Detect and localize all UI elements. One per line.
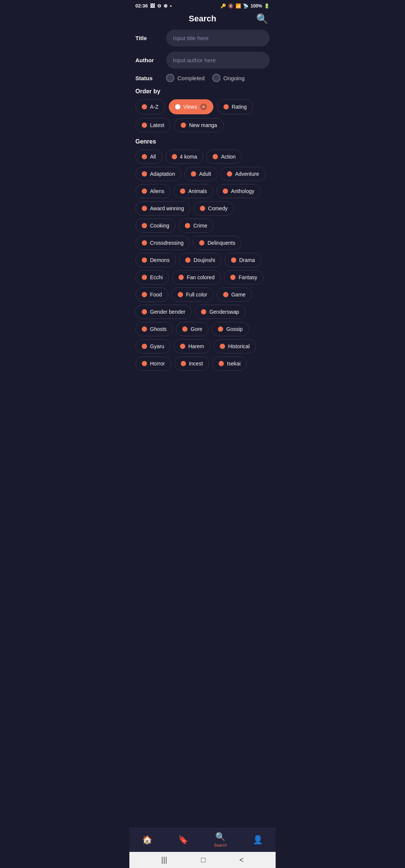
genre-chip-game[interactable]: Game bbox=[217, 287, 252, 302]
genre-chip-dot bbox=[220, 344, 225, 349]
author-input[interactable] bbox=[166, 52, 270, 69]
chip-dot bbox=[142, 104, 147, 109]
genre-chip-fantasy[interactable]: Fantasy bbox=[224, 270, 264, 284]
genre-chip-dot bbox=[231, 257, 236, 263]
chip-dot-latest bbox=[142, 123, 147, 128]
chip-rating[interactable]: Rating bbox=[217, 99, 253, 114]
genre-chip-animals[interactable]: Animals bbox=[174, 184, 213, 198]
genre-chip-dot bbox=[142, 240, 147, 245]
genre-chip-4-koma[interactable]: 4 koma bbox=[165, 150, 204, 164]
genre-chip-genderswap[interactable]: Genderswap bbox=[195, 305, 245, 319]
genre-chip-dot bbox=[223, 292, 228, 297]
chip-views-close[interactable]: ✕ bbox=[200, 103, 207, 110]
genre-chip-demons[interactable]: Demons bbox=[135, 253, 176, 267]
android-recent-btn[interactable]: ||| bbox=[161, 856, 167, 864]
genre-chip-ecchi[interactable]: Ecchi bbox=[135, 270, 169, 284]
genre-chip-horror[interactable]: Horror bbox=[135, 356, 171, 371]
chip-latest[interactable]: Latest bbox=[135, 118, 171, 132]
genre-chip-isekai[interactable]: Isekai bbox=[212, 356, 247, 371]
genre-chip-gender-bender[interactable]: Gender bender bbox=[135, 305, 192, 319]
genre-chip-dot bbox=[142, 206, 147, 211]
status-icons: 🔑 🔇 📶 📡 100% 🔋 bbox=[220, 3, 270, 9]
genre-chip-food[interactable]: Food bbox=[135, 287, 168, 302]
chip-a-z[interactable]: A-Z bbox=[135, 99, 165, 114]
order-by-chips: A-Z Views ✕ Rating Latest New manga bbox=[135, 99, 270, 132]
nav-profile[interactable]: 👤 bbox=[253, 835, 263, 845]
genre-chip-dot bbox=[200, 206, 205, 211]
genre-chip-delinquents[interactable]: Delinquents bbox=[193, 236, 242, 250]
genre-chip-dot bbox=[180, 344, 185, 349]
genre-chip-action[interactable]: Action bbox=[206, 150, 242, 164]
genre-chip-dot bbox=[142, 257, 147, 263]
genre-chip-dot bbox=[213, 154, 218, 159]
genre-chip-dot bbox=[142, 154, 147, 159]
nav-search-label: Search bbox=[214, 843, 227, 847]
genre-chip-all[interactable]: All bbox=[135, 150, 162, 164]
nav-home[interactable]: 🏠 bbox=[142, 835, 152, 845]
genres-section: Genres All 4 koma Action Adaptation Adul… bbox=[135, 138, 270, 371]
status-options: Completed Ongoing bbox=[166, 74, 244, 82]
genre-chip-dot bbox=[181, 361, 186, 366]
genre-chip-dot bbox=[185, 223, 190, 228]
status-bar: 02:36 🖼 ⊖ ⊕ • 🔑 🔇 📶 📡 100% 🔋 bbox=[129, 0, 276, 10]
profile-icon: 👤 bbox=[253, 835, 263, 845]
genre-chip-gossip[interactable]: Gossip bbox=[212, 322, 249, 336]
genre-chip-dot bbox=[142, 223, 147, 228]
genre-chip-dot bbox=[178, 292, 183, 297]
author-row: Author bbox=[135, 52, 270, 69]
chip-views[interactable]: Views ✕ bbox=[169, 99, 213, 114]
genre-chip-cooking[interactable]: Cooking bbox=[135, 218, 176, 233]
genre-chip-aliens[interactable]: Aliens bbox=[135, 184, 171, 198]
status-ongoing[interactable]: Ongoing bbox=[212, 74, 245, 82]
genre-chip-dot bbox=[142, 275, 147, 280]
genre-chip-dot bbox=[218, 326, 223, 332]
genre-chip-gyaru[interactable]: Gyaru bbox=[135, 339, 171, 353]
genre-chip-dot bbox=[185, 257, 190, 263]
title-input[interactable] bbox=[166, 30, 270, 46]
genre-chip-dot bbox=[223, 189, 228, 194]
genre-chip-dot bbox=[172, 154, 177, 159]
android-home-btn[interactable]: □ bbox=[201, 856, 206, 864]
genre-chip-anthology[interactable]: Anthology bbox=[216, 184, 261, 198]
genre-chip-ghosts[interactable]: Ghosts bbox=[135, 322, 173, 336]
genre-chip-dot bbox=[201, 309, 206, 314]
genre-chip-award-winning[interactable]: Award winning bbox=[135, 201, 190, 216]
status-completed[interactable]: Completed bbox=[166, 74, 205, 82]
android-back-btn[interactable]: < bbox=[239, 856, 244, 864]
genre-chip-full-color[interactable]: Full color bbox=[171, 287, 214, 302]
genre-chip-adaptation[interactable]: Adaptation bbox=[135, 167, 182, 181]
status-ongoing-label: Ongoing bbox=[224, 75, 245, 81]
order-by-section: Order by A-Z Views ✕ Rating Latest New bbox=[135, 88, 270, 132]
chip-dot-new-manga bbox=[181, 123, 186, 128]
genre-chip-dot bbox=[180, 189, 185, 194]
chip-dot-rating bbox=[224, 104, 229, 109]
status-completed-label: Completed bbox=[177, 75, 205, 81]
genre-chip-adult[interactable]: Adult bbox=[184, 167, 218, 181]
page-title: Search bbox=[189, 14, 216, 24]
genre-chip-comedy[interactable]: Comedy bbox=[194, 201, 234, 216]
radio-completed bbox=[166, 74, 174, 82]
status-row: Status Completed Ongoing bbox=[135, 74, 270, 82]
genre-chip-adventure[interactable]: Adventure bbox=[220, 167, 266, 181]
chip-dot-views bbox=[175, 104, 180, 109]
genre-chip-doujinshi[interactable]: Doujinshi bbox=[179, 253, 222, 267]
status-label: Status bbox=[135, 75, 162, 81]
genre-chip-dot bbox=[142, 171, 147, 177]
genre-chip-incest[interactable]: Incest bbox=[174, 356, 209, 371]
genre-chip-historical[interactable]: Historical bbox=[213, 339, 256, 353]
genre-chip-harem[interactable]: Harem bbox=[174, 339, 210, 353]
genre-chip-crossdressing[interactable]: Crossdressing bbox=[135, 236, 190, 250]
genre-chip-gore[interactable]: Gore bbox=[176, 322, 208, 336]
genre-chip-fan-colored[interactable]: Fan colored bbox=[172, 270, 221, 284]
genre-chip-dot bbox=[230, 275, 236, 280]
home-icon: 🏠 bbox=[142, 835, 152, 845]
chip-new-manga[interactable]: New manga bbox=[174, 118, 224, 132]
genre-chip-dot bbox=[142, 309, 147, 314]
genre-chip-drama[interactable]: Drama bbox=[225, 253, 261, 267]
nav-bookmarks[interactable]: 🔖 bbox=[178, 835, 188, 845]
nav-search[interactable]: 🔍 Search bbox=[214, 832, 227, 847]
genre-chip-crime[interactable]: Crime bbox=[178, 218, 213, 233]
header-search-icon[interactable]: 🔍 bbox=[256, 13, 268, 25]
android-nav-bar: ||| □ < bbox=[129, 852, 276, 868]
genre-chip-dot bbox=[199, 240, 204, 245]
